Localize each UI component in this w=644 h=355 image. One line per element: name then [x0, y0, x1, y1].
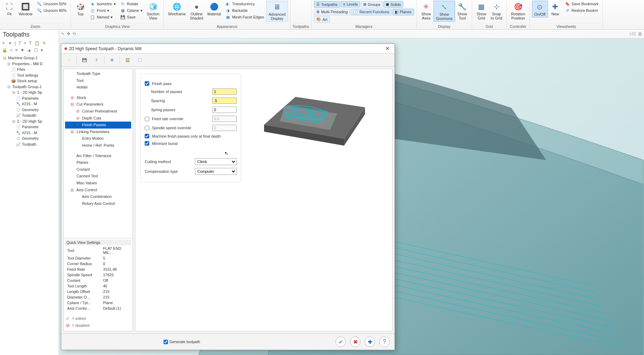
rotation-position-button[interactable]: 🎯Rotation Position — [509, 1, 527, 21]
multithreading-chip[interactable]: ⚙Multi-Threading — [314, 9, 350, 15]
backside-button[interactable]: ◑Backside — [224, 7, 265, 14]
spacing-input[interactable] — [212, 98, 237, 104]
tree-item[interactable]: 📦 Stock setup — [1, 78, 57, 84]
show-axes-button[interactable]: ✳Show Axes — [419, 1, 434, 21]
front-button[interactable]: ◫Front▾ — [88, 7, 117, 14]
nav-item[interactable]: Tool — [65, 77, 131, 84]
tree-item[interactable]: 📈 Toolpath — [1, 141, 57, 147]
tree-item[interactable]: 📄 Tool settings — [1, 72, 57, 78]
rotate-button[interactable]: ↻Rotate — [119, 1, 144, 7]
tb-icon[interactable]: ▾ — [40, 47, 43, 53]
nav-item[interactable]: ⊘ Stock — [65, 94, 131, 101]
nav-item[interactable]: Canned Text — [65, 173, 131, 180]
expand-button[interactable]: ⛶ — [135, 56, 144, 64]
cutting-method-select[interactable]: Climb — [195, 158, 237, 165]
fit-button[interactable]: ⛶Fit — [2, 1, 17, 17]
dialog-titlebar[interactable]: ✺2D High Speed Toolpath - Dynamic Mill ✕ — [61, 44, 395, 54]
tb-icon[interactable]: ▲ — [27, 47, 32, 53]
minimize-burial-checkbox[interactable] — [145, 141, 149, 146]
spindle-override-checkbox[interactable] — [145, 126, 149, 130]
nav-item[interactable]: Holder — [65, 84, 131, 91]
tb-icon[interactable]: T — [18, 40, 22, 46]
nav-item[interactable]: Arc Filter / Tolerance — [65, 153, 131, 160]
tree-item[interactable]: ⊟ 1 - 2D High Sp — [1, 90, 57, 95]
isometric-button[interactable]: ◈Isometric▾ — [88, 1, 117, 7]
tb-icon[interactable]: ✕ — [8, 40, 13, 46]
toolpaths-manager-chip[interactable]: ☰Toolpaths — [314, 1, 340, 8]
viewsheet-new-button[interactable]: ✚New — [548, 1, 563, 17]
tree-item[interactable]: ⬡ Geometry — [1, 136, 57, 141]
tb-icon[interactable]: ☐ — [33, 47, 39, 53]
tree-item[interactable]: ⊟ Toolpath Group-1 — [1, 84, 57, 90]
tb-icon[interactable]: × — [23, 40, 27, 46]
unzoom-50-button[interactable]: 🔍Unzoom 50% — [35, 1, 68, 7]
export-button[interactable]: ⇪ — [92, 56, 101, 64]
vp-tool-icon[interactable]: x32 — [629, 31, 636, 36]
material-button[interactable]: 🔵Material — [205, 1, 223, 17]
show-gnomons-button[interactable]: ⤡Show Gnomons — [434, 1, 455, 22]
tree-item[interactable]: ⊟ Machine Group-1 — [1, 55, 57, 61]
nav-item[interactable]: ⊘ Corner Pretreatment — [65, 108, 131, 115]
tree-item[interactable]: 🔧 #215 - M — [1, 101, 57, 107]
help-button[interactable]: ? — [379, 337, 390, 347]
tb-icon[interactable]: ≡ — [15, 47, 18, 53]
nav-item[interactable]: ✓ Finish Passes — [65, 122, 131, 129]
cancel-button[interactable]: ✖ — [350, 337, 360, 347]
feed-override-checkbox[interactable] — [145, 117, 149, 121]
tb-icon[interactable]: ↖ — [1, 40, 6, 46]
final-depth-checkbox[interactable] — [145, 134, 149, 138]
home-button[interactable]: ⌂ — [65, 56, 73, 64]
art-manager-chip[interactable]: 🎨Art — [314, 16, 330, 23]
vp-tool-icon[interactable]: ⟲ — [72, 31, 76, 36]
nav-item[interactable]: ⊘ Depth Cuts — [65, 115, 131, 122]
nav-item[interactable]: Home / Ref. Points — [65, 142, 131, 149]
comp-type-select[interactable]: Computer — [195, 168, 237, 175]
add-button[interactable]: ✚ — [365, 337, 375, 347]
named-button[interactable]: 📋Named▾ — [88, 14, 117, 20]
save-bookmark-button[interactable]: 🔖Save Bookmark — [563, 1, 600, 7]
viewsheet-onoff-button[interactable]: ⊙On/Off — [532, 1, 548, 17]
tb-icon[interactable]: 🔒 — [1, 47, 8, 53]
nav-item[interactable]: Coolant — [65, 166, 131, 173]
save-button[interactable]: 💾 — [80, 56, 89, 64]
tree-item[interactable]: ⊟ 2 - 2D High Sp — [1, 118, 57, 124]
close-button[interactable]: ✕ — [383, 45, 392, 52]
levels-manager-chip[interactable]: ≡Levels — [341, 1, 360, 7]
tree-item[interactable]: 🔧 #215 - M — [1, 130, 57, 136]
finish-pass-checkbox[interactable] — [145, 81, 149, 86]
tb-icon[interactable]: | — [14, 40, 16, 46]
show-grid-button[interactable]: ▦Show Grid — [474, 1, 489, 21]
window-button[interactable]: 🔲Window — [17, 1, 34, 17]
tb-icon[interactable]: T — [28, 40, 32, 46]
tree-item[interactable]: 📄 Paramete — [1, 95, 57, 101]
vp-tool-icon[interactable]: ▦ — [638, 31, 642, 36]
nav-item[interactable]: Entry Motion — [65, 135, 131, 142]
restore-bookmark-button[interactable]: ↺Restore Bookm — [563, 7, 600, 14]
tree-item[interactable]: 📈 Toolpath — [1, 113, 57, 118]
ok-button[interactable]: ✔ — [335, 337, 346, 347]
spring-input[interactable] — [212, 107, 237, 113]
tree-item[interactable]: 📄 Paramete — [1, 124, 57, 130]
solids-manager-chip[interactable]: ◼Solids — [383, 1, 403, 8]
tb-icon[interactable]: ≈ — [9, 47, 13, 53]
vp-tool-icon[interactable]: ↖ — [61, 31, 65, 36]
planes-manager-chip[interactable]: ◧Planes — [392, 9, 414, 15]
nav-item[interactable]: Misc Values — [65, 180, 131, 187]
translucency-button[interactable]: ◐Translucency — [224, 1, 265, 7]
advanced-display-button[interactable]: 🖥Advanced Display — [266, 1, 288, 22]
tb-icon[interactable]: ✎ — [42, 40, 47, 46]
tree-item[interactable]: 📄 Files — [1, 67, 57, 72]
section-view-button[interactable]: 🧊Section View — [145, 1, 162, 21]
outline-shaded-button[interactable]: ●Outline Shaded — [188, 1, 205, 21]
cplane-button[interactable]: ▦Cplane▾ — [119, 7, 144, 14]
passes-input[interactable] — [212, 88, 237, 95]
show-tool-button[interactable]: 🔧Show Tool — [455, 1, 470, 21]
groups-manager-chip[interactable]: ⊞Groups — [361, 1, 383, 8]
nav-item[interactable]: ⊟ Axis Control — [65, 187, 131, 194]
nav-item[interactable]: ⊟ Cut Parameters — [65, 101, 131, 108]
tree-item[interactable]: ⬡ Geometry — [1, 107, 57, 113]
vp-tool-icon[interactable]: ✥ — [67, 31, 70, 36]
nav-item[interactable]: Rotary Axis Control — [65, 200, 131, 207]
tb-icon[interactable]: ▼ — [20, 47, 25, 53]
nav-item[interactable]: Planes — [65, 159, 131, 166]
